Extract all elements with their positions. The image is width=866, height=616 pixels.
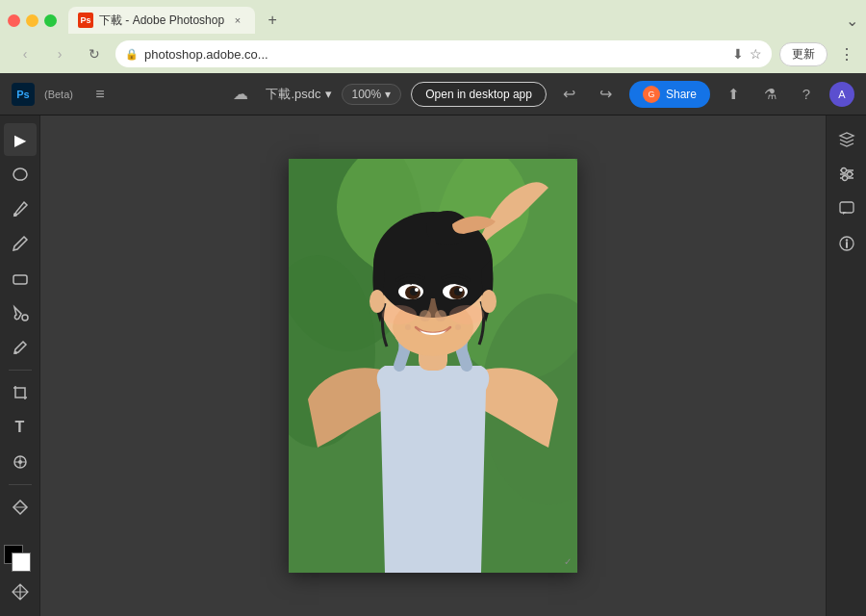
undo-button[interactable]: ↩ xyxy=(556,81,583,108)
svg-point-25 xyxy=(420,310,431,321)
canvas-area[interactable]: ✓ xyxy=(40,116,826,616)
arrange-icon xyxy=(12,583,29,601)
redo-button[interactable]: ↪ xyxy=(593,81,620,108)
svg-point-32 xyxy=(449,305,484,324)
ps-logo: Ps xyxy=(12,83,35,106)
transform-tool-button[interactable] xyxy=(4,446,37,478)
svg-point-30 xyxy=(481,290,497,313)
filename-dropdown[interactable]: 下載.psdc ▾ xyxy=(266,86,331,103)
tab-favicon: Ps xyxy=(78,13,93,28)
top-toolbar: Ps (Beta) ≡ ☁ 下載.psdc ▾ 100% ▾ Open in d… xyxy=(0,73,866,116)
info-button[interactable] xyxy=(830,227,863,260)
lasso-icon xyxy=(12,166,29,183)
beta-label: (Beta) xyxy=(44,89,73,100)
layers-button[interactable] xyxy=(830,123,863,156)
minimize-window-button[interactable] xyxy=(26,14,38,27)
brush-tool-button[interactable] xyxy=(4,192,37,225)
tool-separator-2 xyxy=(9,484,32,485)
help-icon: ? xyxy=(802,86,810,102)
sample-tool-button[interactable] xyxy=(4,491,37,524)
tabs-more-button[interactable]: ⌄ xyxy=(846,12,858,30)
svg-rect-1 xyxy=(13,275,27,284)
open-desktop-button[interactable]: Open in desktop app xyxy=(411,82,547,107)
canvas-checkmark: ✓ xyxy=(564,556,572,567)
browser-chrome: Ps 下載 - Adobe Photoshop × + ⌄ ‹ › ↻ 🔒 ph… xyxy=(0,0,866,73)
lock-icon: 🔒 xyxy=(125,48,139,61)
pencil-tool-button[interactable] xyxy=(4,227,37,260)
beaker-button[interactable]: ⚗ xyxy=(756,81,783,108)
active-tab[interactable]: Ps 下載 - Adobe Photoshop × xyxy=(68,7,255,34)
bookmark-icon[interactable]: ☆ xyxy=(750,46,762,62)
right-sidebar xyxy=(826,116,866,616)
svg-point-24 xyxy=(459,288,463,292)
maximize-window-button[interactable] xyxy=(44,14,57,27)
tab-end-area: ⌄ xyxy=(290,12,858,30)
svg-point-3 xyxy=(14,351,17,354)
undo-icon: ↩ xyxy=(563,85,575,103)
lasso-tool-button[interactable] xyxy=(4,158,37,191)
text-tool-label: T xyxy=(15,419,25,436)
portrait-svg xyxy=(289,159,577,573)
brush-icon xyxy=(12,200,29,218)
svg-point-28 xyxy=(455,324,461,330)
export-icon: ⬆ xyxy=(727,86,740,103)
svg-point-35 xyxy=(842,176,847,181)
share-avatar: G xyxy=(643,86,660,103)
cloud-icon: ☁ xyxy=(233,86,248,102)
info-icon xyxy=(838,235,855,252)
svg-point-23 xyxy=(415,288,419,292)
cloud-button[interactable]: ☁ xyxy=(233,85,248,103)
color-swatch[interactable] xyxy=(4,545,31,572)
new-tab-button[interactable]: + xyxy=(259,7,286,34)
help-button[interactable]: ? xyxy=(793,81,820,108)
move-tool-button[interactable] xyxy=(4,576,37,608)
svg-rect-36 xyxy=(840,202,853,213)
zoom-dropdown[interactable]: 100% ▾ xyxy=(342,84,402,105)
layers-icon xyxy=(838,131,855,148)
download-icon[interactable]: ⬇ xyxy=(732,46,744,62)
pencil-icon xyxy=(12,235,29,252)
redo-icon: ↪ xyxy=(599,85,612,103)
adjustments-icon xyxy=(838,166,855,183)
select-tool-button[interactable]: ▶ xyxy=(4,123,37,156)
svg-point-31 xyxy=(382,305,417,324)
comments-button[interactable] xyxy=(830,192,863,225)
eraser-icon xyxy=(12,270,29,287)
tab-bar: Ps 下載 - Adobe Photoshop × + ⌄ xyxy=(0,0,866,35)
text-tool-button[interactable]: T xyxy=(4,411,37,444)
traffic-lights xyxy=(8,14,57,27)
svg-point-26 xyxy=(435,310,446,321)
export-button[interactable]: ⬆ xyxy=(720,81,747,108)
user-avatar[interactable]: A xyxy=(829,82,854,107)
url-text: photoshop.adobe.co... xyxy=(144,47,726,62)
back-button[interactable]: ‹ xyxy=(12,40,38,67)
svg-point-2 xyxy=(22,315,28,321)
eyedropper-tool-button[interactable] xyxy=(4,331,37,364)
paint-bucket-tool-button[interactable] xyxy=(4,296,37,329)
forward-button[interactable]: › xyxy=(46,40,73,67)
svg-point-5 xyxy=(18,460,22,464)
refresh-button[interactable]: ↻ xyxy=(81,40,108,67)
left-sidebar: ▶ xyxy=(0,116,40,616)
zoom-chevron-icon: ▾ xyxy=(385,88,391,101)
svg-point-0 xyxy=(13,213,17,217)
color-swatches-area xyxy=(4,541,37,608)
eyedropper-icon xyxy=(12,339,29,356)
eraser-tool-button[interactable] xyxy=(4,262,37,295)
crop-tool-button[interactable] xyxy=(4,376,37,409)
address-bar-more-button[interactable]: ⋮ xyxy=(839,45,854,64)
update-button[interactable]: 更新 xyxy=(779,42,828,66)
url-bar[interactable]: 🔒 photoshop.adobe.co... ⬇ ☆ xyxy=(115,40,772,67)
chevron-down-icon: ▾ xyxy=(325,87,332,101)
background-color xyxy=(12,552,31,572)
app-area: Ps (Beta) ≡ ☁ 下載.psdc ▾ 100% ▾ Open in d… xyxy=(0,73,866,616)
tool-separator xyxy=(9,370,32,371)
adjustments-button[interactable] xyxy=(830,158,863,191)
hamburger-menu-button[interactable]: ≡ xyxy=(87,81,114,108)
paint-bucket-icon xyxy=(12,304,29,321)
svg-point-38 xyxy=(845,239,847,241)
svg-point-34 xyxy=(847,172,852,177)
tab-close-button[interactable]: × xyxy=(230,13,245,28)
close-window-button[interactable] xyxy=(8,14,20,27)
share-button[interactable]: G Share xyxy=(629,81,710,108)
